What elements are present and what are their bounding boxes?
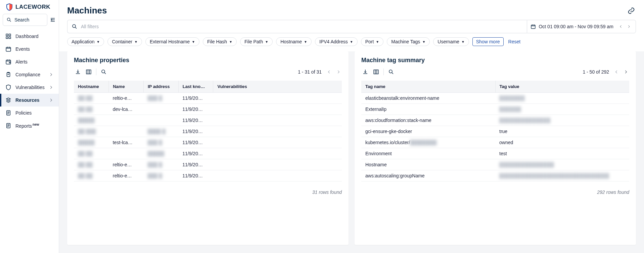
svg-point-0 xyxy=(7,18,10,21)
lastknown-cell: 11/9/20… xyxy=(178,126,213,137)
name-cell: test-lca… xyxy=(109,137,144,148)
svg-rect-4 xyxy=(6,37,8,39)
column-header[interactable]: Vulnerabilities xyxy=(213,81,342,93)
columns-button[interactable] xyxy=(372,68,380,76)
svg-rect-2 xyxy=(6,34,8,36)
column-header[interactable]: Tag name xyxy=(361,81,495,93)
panel-toolbar: 1 - 31 of 31 xyxy=(74,68,342,76)
chip-label: Container xyxy=(112,39,132,44)
table-row[interactable]: ██ ██ dev-lca… 11/9/20… xyxy=(74,104,342,115)
page-next-button[interactable] xyxy=(335,69,342,75)
alerts-icon xyxy=(5,59,11,65)
table-row[interactable]: █████ test-lca… ███ █ 11/9/20… xyxy=(74,137,342,148)
page-prev-button[interactable] xyxy=(613,69,620,75)
sidebar-item-reports[interactable]: Reportsnew xyxy=(0,119,59,132)
filter-chip-ipv4-address[interactable]: IPV4 Address▼ xyxy=(315,37,358,46)
svg-rect-5 xyxy=(9,37,11,39)
date-prev-button[interactable] xyxy=(617,23,624,30)
tagname-cell: kubernetes.io/cluster/████████ xyxy=(361,137,495,148)
table-row[interactable]: █████ 11/9/20… xyxy=(74,115,342,126)
lastknown-cell: 11/9/20… xyxy=(178,137,213,148)
column-header[interactable]: IP address xyxy=(143,81,178,93)
date-range-picker[interactable]: Oct 01 09:00 am - Nov 09 09:59 am xyxy=(527,20,636,33)
column-header[interactable]: Tag value xyxy=(495,81,629,93)
rows-found-text: 292 rows found xyxy=(361,189,629,195)
table-row[interactable]: ██ ██ reltio-e… ███ █ 11/9/20… xyxy=(74,93,342,104)
content-body: Machine properties 1 - 31 of 31 Hostname… xyxy=(59,51,644,253)
lastknown-cell: 11/9/20… xyxy=(178,170,213,181)
download-button[interactable] xyxy=(361,68,369,76)
table-row[interactable]: ██ ███ ████ █ 11/9/20… xyxy=(74,126,342,137)
panel-search-button[interactable] xyxy=(100,68,108,76)
table-row[interactable]: Environment test xyxy=(361,148,629,159)
svg-rect-18 xyxy=(374,70,378,74)
svg-line-1 xyxy=(10,20,11,22)
sidebar-search[interactable]: Search xyxy=(3,14,47,26)
svg-line-17 xyxy=(104,73,106,74)
chip-label: Hostname xyxy=(280,39,302,44)
page-next-button[interactable] xyxy=(623,69,629,75)
table-row[interactable]: Hostname ███████████████ xyxy=(361,159,629,170)
tagvalue-cell: test xyxy=(495,148,629,159)
caret-down-icon: ▼ xyxy=(97,40,100,44)
hostname-cell: ██ ██ xyxy=(78,107,93,112)
sidebar-item-events[interactable]: Events xyxy=(0,43,59,55)
sidebar: LACEWORK Search Dashboard Events Alerts … xyxy=(0,0,59,253)
sidebar-item-label: Vulnerabilities xyxy=(15,85,45,90)
column-header[interactable]: Hostname xyxy=(74,81,109,93)
filter-chip-application[interactable]: Application▼ xyxy=(67,37,104,46)
table-row[interactable]: aws:autoscaling:groupName ██████████████… xyxy=(361,170,629,181)
date-next-button[interactable] xyxy=(626,23,632,30)
tagname-cell: gci-ensure-gke-docker xyxy=(361,126,495,137)
page-prev-button[interactable] xyxy=(326,69,332,75)
main: Machines Oct 01 09:00 am - Nov 09 09:59 … xyxy=(59,0,644,253)
table-row[interactable]: aws:cloudformation:stack-name ██████████… xyxy=(361,115,629,126)
filter-chip-external-hostname[interactable]: External Hostname▼ xyxy=(145,37,199,46)
sidebar-item-vulnerabilities[interactable]: Vulnerabilities xyxy=(0,81,59,94)
chevron-right-icon xyxy=(49,98,53,102)
vuln-cell xyxy=(213,126,342,137)
columns-icon xyxy=(86,69,92,75)
menu-collapse-icon xyxy=(50,17,56,23)
filter-chip-container[interactable]: Container▼ xyxy=(107,37,142,46)
panel-search-button[interactable] xyxy=(387,68,395,76)
hostname-cell: █████ xyxy=(78,140,95,145)
caret-down-icon: ▼ xyxy=(229,40,232,44)
table-row[interactable]: ██ ██ █████ 11/9/20… xyxy=(74,148,342,159)
table-row[interactable]: ██ ██ reltio-e… ███ █ 11/9/20… xyxy=(74,159,342,170)
copy-link-button[interactable] xyxy=(627,6,636,15)
filter-chip-file-hash[interactable]: File Hash▼ xyxy=(203,37,237,46)
sidebar-item-policies[interactable]: Policies xyxy=(0,107,59,119)
ip-cell: ███ █ xyxy=(147,95,162,101)
lastknown-cell: 11/9/20… xyxy=(178,115,213,126)
table-row[interactable]: ██ ██ reltio-e… ███ █ 11/9/20… xyxy=(74,170,342,181)
column-header[interactable]: Name xyxy=(109,81,144,93)
table-row[interactable]: kubernetes.io/cluster/████████ owned xyxy=(361,137,629,148)
sidebar-item-dashboard[interactable]: Dashboard xyxy=(0,30,59,43)
sidebar-item-alerts[interactable]: Alerts xyxy=(0,55,59,68)
sidebar-item-label: Compliance xyxy=(15,72,40,77)
chevron-right-icon xyxy=(627,25,631,29)
brand-name: LACEWORK xyxy=(15,4,50,10)
filter-search[interactable] xyxy=(67,20,527,33)
filter-chip-hostname[interactable]: Hostname▼ xyxy=(276,37,312,46)
filter-search-input[interactable] xyxy=(81,24,523,29)
show-more-button[interactable]: Show more xyxy=(472,37,504,46)
sidebar-item-resources[interactable]: Resources xyxy=(0,94,59,107)
table-row[interactable]: elasticbeanstalk:environment-name ██████… xyxy=(361,93,629,104)
column-header[interactable]: Last kno… xyxy=(178,81,213,93)
filter-chip-port[interactable]: Port▼ xyxy=(361,37,384,46)
table-row[interactable]: gci-ensure-gke-docker true xyxy=(361,126,629,137)
sidebar-search-placeholder: Search xyxy=(14,17,29,23)
filter-chip-file-path[interactable]: File Path▼ xyxy=(240,37,273,46)
reset-link[interactable]: Reset xyxy=(508,39,521,44)
sidebar-collapse-button[interactable] xyxy=(49,16,56,23)
logo-shield-icon xyxy=(5,3,13,11)
filter-chip-username[interactable]: Username▼ xyxy=(433,37,469,46)
sidebar-item-compliance[interactable]: Compliance xyxy=(0,68,59,81)
ip-cell: █████ xyxy=(147,151,164,156)
columns-button[interactable] xyxy=(85,68,93,76)
filter-chip-machine-tags[interactable]: Machine Tags▼ xyxy=(387,37,430,46)
download-button[interactable] xyxy=(74,68,82,76)
table-row[interactable]: ExternalIp ██████ xyxy=(361,104,629,115)
